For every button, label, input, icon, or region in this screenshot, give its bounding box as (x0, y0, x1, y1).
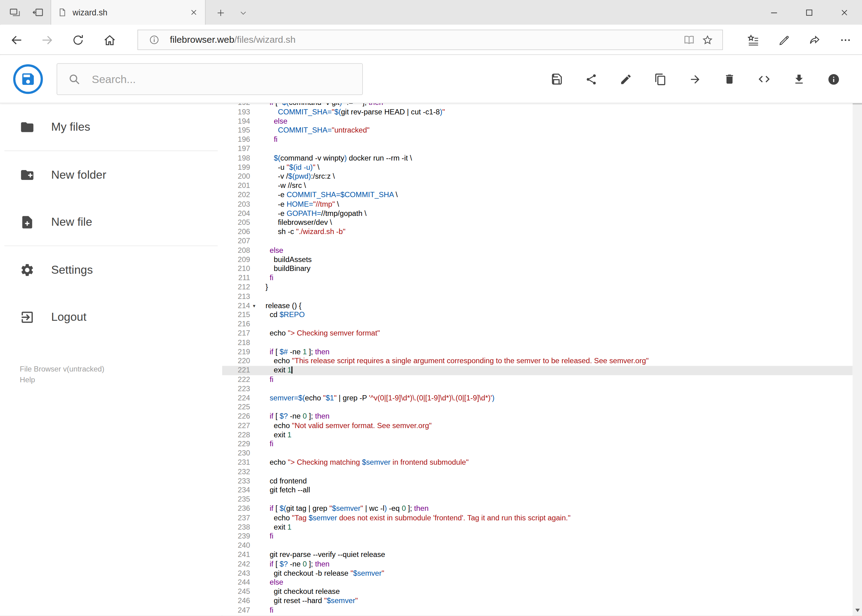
code-line[interactable]: 229 fi (222, 440, 853, 449)
code-line[interactable]: 231 echo "> Checking matching $semver in… (222, 458, 853, 467)
move-button[interactable] (688, 72, 702, 86)
delete-button[interactable] (722, 72, 736, 86)
code-view-button[interactable] (757, 72, 771, 86)
code-text: fi (266, 606, 853, 615)
code-line[interactable]: 234 git fetch --all (222, 486, 853, 495)
code-line[interactable]: 203 -e HOME="//tmp" \ (222, 200, 853, 209)
help-link[interactable]: Help (20, 375, 222, 386)
code-line[interactable]: 194 else (222, 117, 853, 126)
tab-preview-button[interactable] (6, 4, 24, 21)
code-line[interactable]: 226 if [ $? -ne 0 ]; then (222, 412, 853, 421)
code-line[interactable]: 207 (222, 237, 853, 246)
code-line[interactable]: 241 git rev-parse --verify --quiet relea… (222, 550, 853, 560)
home-button[interactable] (101, 31, 118, 49)
code-line[interactable]: 215 cd $REPO (222, 311, 853, 320)
code-line[interactable]: 224 semver=$(echo "$1" | grep -P '^v(0|[… (222, 394, 853, 403)
code-line[interactable]: 236 if [ $(git tag | grep "$semver" | wc… (222, 504, 853, 514)
code-line[interactable]: 200 -v /$(pwd):/src:z \ (222, 172, 853, 181)
share-file-button[interactable] (584, 72, 598, 86)
code-line[interactable]: 221 exit 1 (222, 366, 853, 375)
code-line[interactable]: 230 (222, 449, 853, 458)
code-line[interactable]: 195 COMMIT_SHA="untracked" (222, 126, 853, 135)
code-line[interactable]: 217 echo "> Checking semver format" (222, 329, 853, 338)
close-window-button[interactable] (827, 0, 862, 25)
sidebar-item-my-files[interactable]: My files (0, 103, 222, 151)
back-button[interactable] (8, 31, 25, 49)
code-line[interactable]: 219 if [ $# -ne 1 ]; then (222, 347, 853, 357)
sidebar-item-new-file[interactable]: New file (0, 198, 222, 246)
code-line[interactable]: 193 COMMIT_SHA="$(git rev-parse HEAD | c… (222, 108, 853, 117)
vertical-scrollbar[interactable] (853, 55, 862, 616)
minimize-button[interactable] (756, 0, 791, 25)
code-line[interactable]: 204 -e GOPATH=//tmp/gopath \ (222, 209, 853, 218)
forward-button[interactable] (38, 31, 56, 49)
code-line[interactable]: 205 filebrowser/dev \ (222, 218, 853, 228)
fold-arrow-icon[interactable]: ▾ (250, 302, 266, 311)
save-button[interactable] (549, 72, 564, 86)
settings-more-button[interactable] (835, 29, 856, 51)
code-line[interactable]: 220 echo "This release script requires a… (222, 357, 853, 366)
code-line[interactable]: 238 exit 1 (222, 523, 853, 532)
maximize-button[interactable] (791, 0, 827, 25)
hub-button[interactable] (742, 29, 764, 51)
search-input[interactable] (91, 72, 362, 86)
annotate-button[interactable] (773, 29, 795, 51)
code-line[interactable]: 218 (222, 338, 853, 347)
code-line[interactable]: 197 (222, 145, 853, 154)
refresh-button[interactable] (69, 31, 87, 49)
code-line[interactable]: 198 $(command -v winpty) docker run --rm… (222, 154, 853, 163)
code-line[interactable]: 225 (222, 403, 853, 412)
code-line[interactable]: 233 cd frontend (222, 477, 853, 486)
code-line[interactable]: 223 (222, 384, 853, 394)
reading-view-button[interactable] (679, 31, 698, 49)
set-tabs-aside-button[interactable] (28, 4, 47, 21)
code-line[interactable]: 247 fi (222, 606, 853, 615)
tab-list-button[interactable] (233, 4, 252, 21)
download-button[interactable] (791, 72, 806, 86)
code-line[interactable]: 201 -w //src \ (222, 181, 853, 191)
add-favorite-button[interactable] (698, 31, 717, 49)
code-line[interactable]: 210 buildBinary (222, 264, 853, 274)
code-line[interactable]: 209 buildAssets (222, 255, 853, 264)
code-line[interactable]: 239 fi (222, 532, 853, 541)
code-line[interactable]: 227 echo "Not valid semver format. See s… (222, 421, 853, 431)
code-line[interactable]: 243 git checkout -b release "$semver" (222, 569, 853, 578)
scroll-down-button[interactable] (853, 605, 862, 615)
share-button[interactable] (804, 29, 826, 51)
new-tab-button[interactable] (211, 4, 230, 21)
code-line[interactable]: 206 sh -c "./wizard.sh -b" (222, 228, 853, 237)
code-line[interactable]: 214▾release () { (222, 302, 853, 311)
search-bar[interactable] (57, 63, 363, 95)
rename-button[interactable] (619, 72, 633, 86)
code-editor[interactable]: 192 if [ "$(command -v git)" != "" ]; th… (222, 103, 853, 616)
code-line[interactable]: 208 else (222, 246, 853, 255)
code-line[interactable]: 192 if [ "$(command -v git)" != "" ]; th… (222, 103, 853, 108)
code-line[interactable]: 211 fi (222, 274, 853, 283)
code-line[interactable]: 216 (222, 320, 853, 329)
site-info-button[interactable] (145, 31, 164, 49)
browser-tab[interactable]: wizard.sh (50, 0, 206, 25)
code-line[interactable]: 222 fi (222, 375, 853, 384)
sidebar-item-settings[interactable]: Settings (0, 246, 222, 293)
code-line[interactable]: 232 (222, 467, 853, 477)
code-line[interactable]: 240 (222, 541, 853, 550)
code-line[interactable]: 244 else (222, 578, 853, 588)
code-line[interactable]: 196 fi (222, 135, 853, 145)
line-number: 223 (222, 384, 250, 394)
code-line[interactable]: 213 (222, 292, 853, 302)
tab-close-button[interactable] (189, 8, 199, 17)
address-bar[interactable]: filebrowser.web/files/wizard.sh (137, 30, 723, 50)
copy-button[interactable] (653, 72, 667, 86)
code-line[interactable]: 242 if [ $? -ne 0 ]; then (222, 560, 853, 569)
info-button[interactable] (826, 72, 840, 86)
code-line[interactable]: 245 git checkout release (222, 588, 853, 597)
sidebar-item-logout[interactable]: Logout (0, 293, 222, 341)
code-line[interactable]: 202 -e COMMIT_SHA=$COMMIT_SHA \ (222, 191, 853, 200)
code-line[interactable]: 212} (222, 283, 853, 292)
code-line[interactable]: 228 exit 1 (222, 431, 853, 440)
code-line[interactable]: 199 -u "$(id -u)" \ (222, 163, 853, 172)
sidebar-item-new-folder[interactable]: New folder (0, 151, 222, 198)
code-line[interactable]: 246 git reset --hard "$semver" (222, 597, 853, 606)
code-line[interactable]: 235 (222, 495, 853, 504)
code-line[interactable]: 237 echo "Tag $semver does not exist in … (222, 514, 853, 523)
